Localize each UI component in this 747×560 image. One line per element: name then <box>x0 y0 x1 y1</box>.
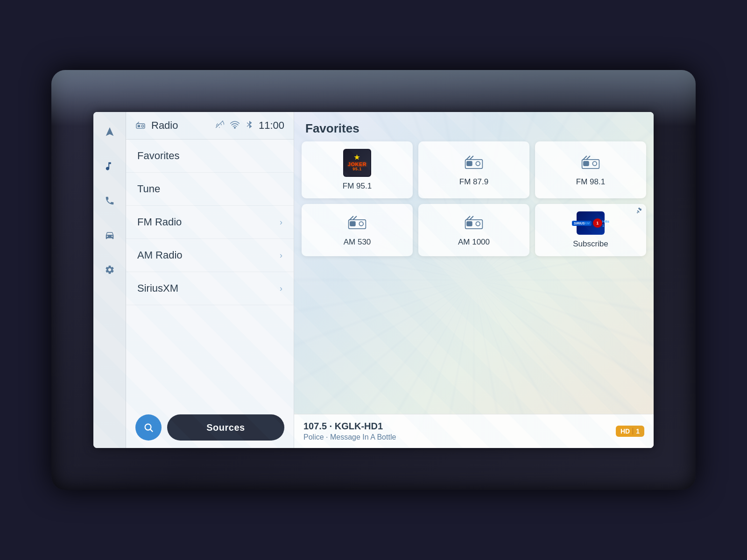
am530-radio-icon <box>347 214 367 233</box>
menu-header: Radio <box>126 112 294 140</box>
fm981-radio-icon <box>581 154 600 173</box>
favorites-grid: ★ JOKER 95.1 FM 95.1 <box>294 141 654 256</box>
svg-rect-18 <box>467 222 472 226</box>
fm879-radio-icon <box>464 154 484 173</box>
status-bar: 11:00 <box>215 119 284 132</box>
menu-items: Favorites Tune FM Radio › AM Radio › Sir… <box>126 140 294 407</box>
svg-rect-1 <box>138 125 140 127</box>
fm951-label: FM 95.1 <box>343 182 372 191</box>
sources-button[interactable]: Sources <box>167 414 284 441</box>
fm-radio-chevron: › <box>280 217 282 227</box>
am-radio-chevron: › <box>280 251 282 260</box>
navigation-icon[interactable] <box>99 121 120 142</box>
svg-point-10 <box>476 161 480 166</box>
am1000-label: AM 1000 <box>458 238 490 247</box>
radio-header-icon <box>135 120 146 131</box>
am530-label: AM 530 <box>344 238 371 247</box>
fm879-label: FM 87.9 <box>459 177 488 187</box>
wifi-icon <box>230 120 240 131</box>
svg-point-6 <box>145 424 151 430</box>
car-icon[interactable] <box>99 225 120 245</box>
phone-icon[interactable] <box>99 190 120 211</box>
favorites-title: Favorites <box>294 112 654 141</box>
am1000-radio-icon <box>464 214 484 233</box>
content-panel: Favorites ★ JOKER 95.1 FM 95.1 <box>294 112 654 448</box>
siriusxm-chevron: › <box>280 284 282 294</box>
screen: Radio <box>93 112 654 448</box>
fm981-label: FM 98.1 <box>576 177 605 187</box>
menu-item-am-radio[interactable]: AM Radio › <box>126 239 294 272</box>
siriusxm-label: Subscribe <box>573 239 608 249</box>
hd-badge-text: HD <box>620 427 630 435</box>
fav-tile-fm981[interactable]: FM 98.1 <box>535 141 646 198</box>
search-button[interactable] <box>135 414 162 441</box>
sidebar <box>93 112 126 448</box>
satellite-icon <box>635 207 643 217</box>
fav-tile-am530[interactable]: AM 530 <box>302 204 413 256</box>
no-signal-icon <box>215 120 224 131</box>
svg-rect-15 <box>350 222 355 226</box>
svg-line-7 <box>150 429 153 432</box>
now-playing-bar: 107.5 · KGLK-HD1 Police · Message In A B… <box>294 414 654 448</box>
svg-point-2 <box>141 125 144 127</box>
svg-rect-12 <box>584 161 589 166</box>
svg-point-16 <box>359 222 363 226</box>
menu-item-fm-radio[interactable]: FM Radio › <box>126 206 294 239</box>
menu-panel: Radio <box>126 112 294 448</box>
fav-tile-siriusxm[interactable]: SIRIUSXM 1 Hits 1 Subscribe <box>535 204 646 256</box>
bluetooth-icon <box>246 120 253 131</box>
menu-title: Radio <box>151 119 178 132</box>
svg-rect-9 <box>467 161 472 166</box>
hd-badge: HD 1 <box>616 426 644 437</box>
music-icon[interactable] <box>99 156 120 176</box>
fav-tile-am1000[interactable]: AM 1000 <box>418 204 529 256</box>
svg-point-3 <box>234 127 236 129</box>
settings-icon[interactable] <box>99 259 120 280</box>
fav-tile-fm951[interactable]: ★ JOKER 95.1 FM 95.1 <box>302 141 413 198</box>
menu-bottom: Sources <box>126 407 294 448</box>
clock: 11:00 <box>259 119 284 132</box>
fm951-logo: ★ JOKER 95.1 <box>343 149 371 177</box>
menu-item-siriusxm[interactable]: SiriusXM › <box>126 272 294 305</box>
hd-channel-number: 1 <box>636 427 640 435</box>
fav-tile-fm879[interactable]: FM 87.9 <box>418 141 529 198</box>
menu-item-tune[interactable]: Tune <box>126 173 294 206</box>
svg-point-19 <box>476 222 480 226</box>
now-playing-station: 107.5 · KGLK-HD1 <box>303 421 396 432</box>
menu-item-favorites[interactable]: Favorites <box>126 140 294 173</box>
now-playing-track: Police · Message In A Bottle <box>303 433 396 441</box>
siriusxm-logo: SIRIUSXM 1 Hits 1 <box>577 211 605 235</box>
car-bezel: Radio <box>51 70 696 490</box>
now-playing-info: 107.5 · KGLK-HD1 Police · Message In A B… <box>303 421 396 441</box>
svg-point-13 <box>592 161 597 166</box>
